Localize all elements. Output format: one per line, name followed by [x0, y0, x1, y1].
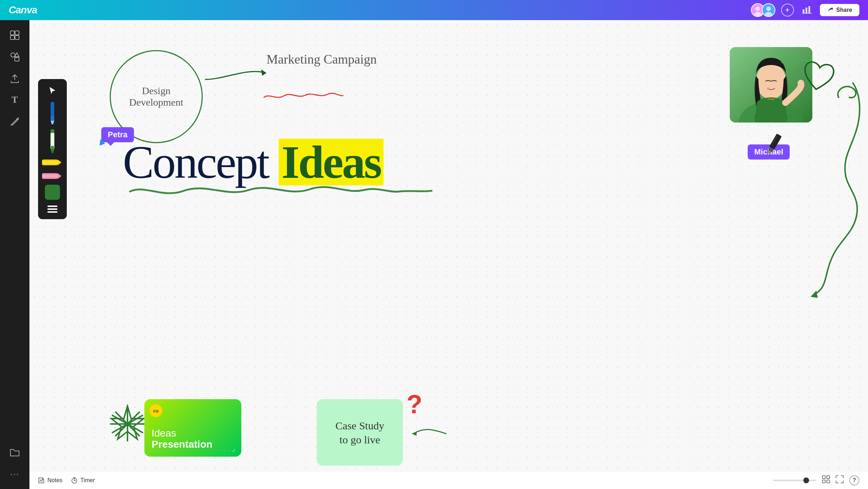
- tools-panel: [38, 79, 67, 219]
- ideas-card-dots: · · · ⤢: [221, 448, 236, 453]
- svg-rect-63: [827, 476, 830, 479]
- yellow-highlighter-svg: [42, 158, 63, 166]
- sidebar-item-uploads[interactable]: [5, 69, 24, 88]
- person-photo-svg: [730, 47, 812, 123]
- sidebar-item-draw[interactable]: [5, 112, 24, 131]
- elements-icon: [10, 52, 20, 62]
- blue-marker[interactable]: [42, 101, 63, 125]
- canvas-content: Design Development Marketing Campaign: [29, 20, 868, 489]
- canvas-area[interactable]: Design Development Marketing Campaign: [29, 20, 868, 489]
- ideas-presentation-card[interactable]: co Ideas Presentation · · · ⤢: [144, 399, 241, 457]
- header: Canva +: [0, 0, 868, 20]
- zoom-slider-container[interactable]: [773, 480, 816, 481]
- svg-point-14: [11, 53, 15, 57]
- share-button[interactable]: Share: [820, 4, 859, 16]
- bottom-bar: Notes Timer: [29, 471, 868, 489]
- share-label: Share: [836, 7, 852, 13]
- svg-marker-29: [58, 173, 61, 179]
- avatar-2[interactable]: [762, 3, 775, 17]
- svg-rect-64: [822, 480, 825, 483]
- heart-svg: [800, 60, 837, 94]
- zoom-thumb[interactable]: [803, 478, 809, 483]
- left-arrow-svg: [407, 423, 450, 444]
- question-mark-decoration: ?: [407, 389, 422, 419]
- timer-icon: [71, 477, 78, 484]
- person-photo[interactable]: [730, 47, 812, 123]
- sidebar-item-layout[interactable]: [5, 26, 24, 45]
- help-button[interactable]: ?: [849, 475, 859, 485]
- svg-rect-31: [47, 206, 57, 207]
- grid-view-button[interactable]: [822, 475, 830, 485]
- sidebar-item-elements[interactable]: [5, 47, 24, 66]
- text-icon: T: [11, 94, 18, 105]
- blue-marker-svg: [49, 102, 56, 124]
- star-svg: [108, 404, 147, 444]
- ideas-card-title: Ideas Presentation: [152, 428, 234, 450]
- svg-marker-26: [58, 160, 61, 165]
- svg-rect-65: [827, 480, 830, 483]
- color-swatch-green[interactable]: [45, 185, 60, 200]
- fullscreen-button[interactable]: [836, 475, 844, 485]
- yellow-highlighter[interactable]: [42, 157, 63, 167]
- logo-text: co: [153, 408, 158, 414]
- sidebar-item-text[interactable]: T: [5, 91, 24, 109]
- timer-button[interactable]: Timer: [71, 477, 95, 484]
- svg-rect-30: [42, 175, 58, 177]
- concept-underline-scribble: [126, 181, 439, 204]
- header-right: + Share: [751, 3, 859, 17]
- sidebar-item-more[interactable]: ···: [5, 465, 24, 483]
- case-study-card[interactable]: Case Studyto go live: [317, 399, 403, 466]
- svg-rect-6: [803, 9, 804, 13]
- notes-button[interactable]: Notes: [38, 477, 62, 484]
- share-icon: [827, 7, 834, 13]
- svg-marker-54: [412, 432, 417, 436]
- notes-label: Notes: [47, 477, 62, 484]
- analytics-button[interactable]: [800, 4, 814, 17]
- hamburger-icon: [47, 206, 57, 213]
- svg-rect-7: [806, 8, 807, 13]
- marketing-campaign-text[interactable]: Marketing Campaign: [266, 52, 377, 67]
- ideas-word: Ideas: [279, 139, 384, 185]
- svg-rect-27: [42, 161, 58, 164]
- pink-highlighter-svg: [42, 172, 63, 180]
- svg-rect-33: [47, 211, 57, 213]
- svg-rect-21: [51, 129, 54, 133]
- concept-underline-svg: [126, 181, 439, 202]
- pink-highlighter[interactable]: [42, 171, 63, 181]
- arrow-svg-path: [202, 61, 274, 90]
- analytics-icon: [802, 6, 812, 14]
- add-people-button[interactable]: +: [781, 4, 794, 17]
- folder-icon: [10, 447, 20, 457]
- marketing-underline-svg: [262, 90, 345, 101]
- green-marker[interactable]: [42, 129, 63, 154]
- marketing-underline: [262, 90, 345, 102]
- green-star-decoration: [108, 404, 147, 451]
- concept-ideas-text[interactable]: Concept Ideas: [123, 139, 384, 185]
- svg-rect-19: [51, 116, 54, 121]
- svg-rect-23: [51, 146, 54, 151]
- cursor-tool[interactable]: [43, 83, 62, 98]
- svg-marker-35: [261, 69, 266, 76]
- more-icon: ···: [10, 469, 19, 479]
- svg-rect-10: [10, 31, 14, 35]
- svg-rect-32: [47, 208, 57, 210]
- zoom-slider[interactable]: [773, 480, 816, 481]
- svg-rect-13: [15, 36, 19, 40]
- case-study-text: Case Studyto go live: [335, 419, 384, 447]
- uploads-icon: [10, 73, 20, 83]
- sidebar: T ···: [0, 20, 29, 489]
- canva-logo[interactable]: Canva: [9, 4, 37, 16]
- menu-lines-icon[interactable]: [45, 203, 60, 215]
- svg-point-4: [766, 6, 771, 11]
- bottom-right-controls: ?: [773, 475, 859, 485]
- svg-marker-46: [811, 291, 818, 298]
- svg-rect-18: [51, 102, 54, 116]
- green-marker-svg: [50, 129, 55, 153]
- svg-rect-12: [10, 36, 14, 40]
- svg-rect-16: [15, 57, 19, 61]
- expand-icon: [836, 475, 844, 483]
- layout-icon: [10, 30, 20, 40]
- grid-icon: [822, 475, 830, 483]
- left-pointing-arrow: [407, 423, 450, 446]
- sidebar-item-folder[interactable]: [5, 443, 24, 462]
